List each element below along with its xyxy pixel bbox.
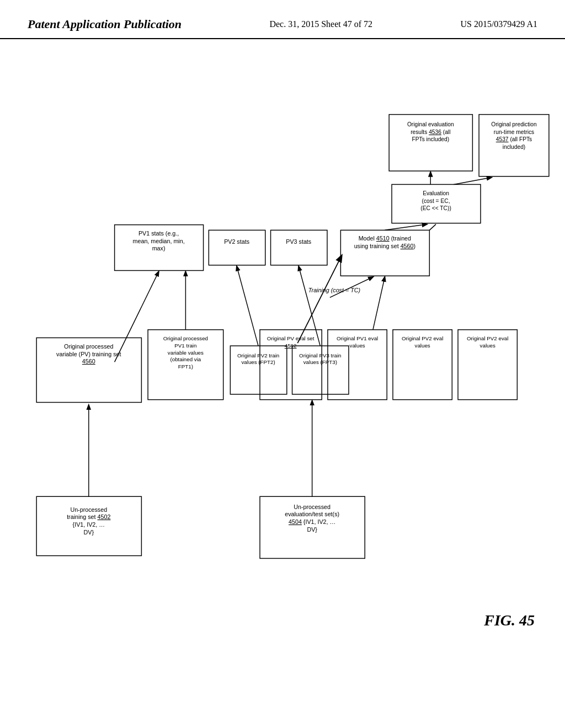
svg-text:4560: 4560 <box>82 358 95 365</box>
svg-line-75 <box>429 224 436 230</box>
svg-text:FPT1): FPT1) <box>178 363 193 370</box>
svg-text:Un-processed: Un-processed <box>294 503 331 510</box>
svg-line-73 <box>454 177 491 184</box>
svg-text:DV}: DV} <box>84 528 94 535</box>
svg-line-63 <box>115 271 159 362</box>
svg-text:Original evaluation: Original evaluation <box>407 121 454 127</box>
svg-text:PV1 stats (e.g.,: PV1 stats (e.g., <box>138 230 179 237</box>
figure-label: FIG. 45 <box>484 612 535 629</box>
svg-text:PV1 train: PV1 train <box>174 342 196 349</box>
svg-text:included): included) <box>503 144 526 150</box>
svg-line-70 <box>385 224 427 230</box>
page-header: Patent Application Publication Dec. 31, … <box>0 0 565 39</box>
svg-text:using training set 4560): using training set 4560) <box>354 242 415 249</box>
svg-line-71 <box>373 277 385 330</box>
svg-text:4504 {IV1, IV2, …: 4504 {IV1, IV2, … <box>289 518 335 525</box>
svg-text:Original PV2 eval: Original PV2 eval <box>402 335 443 341</box>
svg-text:4537 (all FPTs: 4537 (all FPTs <box>496 136 532 142</box>
svg-text:variable values: variable values <box>168 349 204 355</box>
svg-text:Original PV1 eval: Original PV1 eval <box>337 335 378 341</box>
svg-text:Training  (cost = TC): Training (cost = TC) <box>308 286 360 293</box>
publication-number: US 2015/0379429 A1 <box>460 17 537 29</box>
svg-text:variable (PV) training set: variable (PV) training set <box>56 350 121 357</box>
svg-text:Original processed: Original processed <box>64 343 113 350</box>
svg-text:evaluation/test set(s): evaluation/test set(s) <box>285 511 339 517</box>
svg-text:PV2 stats: PV2 stats <box>224 238 249 244</box>
svg-text:(cost = EC,: (cost = EC, <box>422 197 450 204</box>
svg-text:Original PV2 eval: Original PV2 eval <box>467 335 508 341</box>
diagram-area: Un-processed training set 4502 {IV1, IV2… <box>0 39 565 701</box>
svg-text:values: values <box>480 342 495 349</box>
svg-text:Original processed: Original processed <box>163 335 208 341</box>
svg-text:FPTs included): FPTs included) <box>412 136 449 142</box>
svg-rect-30 <box>209 230 265 265</box>
svg-text:Original PV eval set: Original PV eval set <box>267 335 315 341</box>
svg-text:(EC << TC)): (EC << TC)) <box>420 205 451 211</box>
svg-text:DV}: DV} <box>307 526 317 532</box>
svg-text:training set 4502: training set 4502 <box>67 513 110 520</box>
svg-line-65 <box>237 266 258 345</box>
diagram-svg: Un-processed training set 4502 {IV1, IV2… <box>0 39 565 701</box>
svg-text:(obtained via: (obtained via <box>170 356 201 362</box>
svg-text:Model 4510 (trained: Model 4510 (trained <box>359 234 411 241</box>
svg-text:Original prediction: Original prediction <box>491 121 537 127</box>
svg-text:max): max) <box>152 245 166 251</box>
svg-text:values (FPT2): values (FPT2) <box>241 359 275 365</box>
svg-text:Original PV3 train: Original PV3 train <box>299 352 341 358</box>
svg-text:mean, median, min,: mean, median, min, <box>133 237 185 244</box>
svg-text:values: values <box>415 342 430 349</box>
svg-text:{IV1, IV2, …: {IV1, IV2, … <box>73 521 105 527</box>
publication-date-sheet: Dec. 31, 2015 Sheet 47 of 72 <box>269 17 372 29</box>
svg-text:Un-processed: Un-processed <box>70 506 107 512</box>
publication-title: Patent Application Publication <box>28 17 182 33</box>
svg-text:run-time metrics: run-time metrics <box>494 129 534 135</box>
svg-text:values: values <box>350 342 365 349</box>
svg-text:results 4536 (all: results 4536 (all <box>411 129 450 135</box>
svg-text:PV3 stats: PV3 stats <box>286 238 311 244</box>
svg-text:Original PV2 train: Original PV2 train <box>237 352 279 358</box>
svg-text:values (FPT3): values (FPT3) <box>303 359 337 365</box>
svg-text:Evaluation: Evaluation <box>423 190 449 196</box>
svg-text:4562: 4562 <box>285 342 297 349</box>
svg-rect-32 <box>271 230 327 265</box>
